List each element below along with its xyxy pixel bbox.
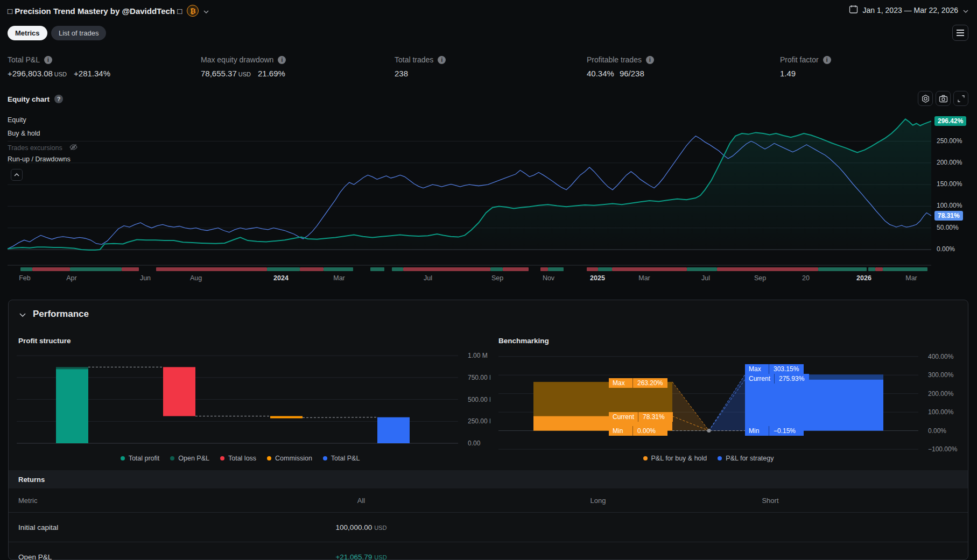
col-metric: Metric [9, 497, 213, 505]
timeline-label: 2026 [856, 274, 871, 282]
time-axis[interactable]: FebAprJunAug2024MarJulSepNov2025MarJulSe… [8, 274, 955, 284]
legend-trades-excursions[interactable]: Trades excursions [8, 143, 78, 153]
benchmarking-chart: 400.00%300.00%200.00%100.00%0.00%−100.00… [498, 351, 968, 456]
timeline-segment [20, 267, 32, 271]
timeline-label: Nov [543, 274, 554, 282]
strategy-tester-panel: □ Precision Trend Mastery by @DaviddTech… [0, 0, 977, 560]
equity-last-value-badge: 296.42% [934, 116, 966, 126]
metric-label: Profit factor [780, 55, 819, 64]
metric-value: 78,655.37 [201, 69, 237, 78]
timeline-label: 2025 [590, 274, 605, 282]
timeline-segment [598, 267, 612, 271]
currency-suffix: USD [238, 71, 251, 77]
svg-text:500.00 K: 500.00 K [468, 396, 490, 403]
equity-y-tick: 250.00% [937, 137, 962, 145]
metric-label: Total P&L [8, 55, 40, 64]
trade-periods-strip [8, 267, 931, 271]
timeline-label: 20 [802, 274, 810, 282]
timeline-segment [324, 267, 353, 271]
equity-chart-canvas[interactable]: Equity Buy & hold Trades excursions Run-… [8, 90, 931, 271]
legend-item[interactable]: Total P&L [323, 455, 360, 462]
timeline-segment [875, 267, 883, 271]
col-short: Short [687, 497, 854, 505]
timeline-label: Jun [140, 274, 151, 282]
metric-value: +296,803.08 [8, 69, 53, 78]
performance-header[interactable]: Performance [19, 309, 89, 320]
svg-text:−100.00%: −100.00% [928, 445, 958, 453]
metric-label: Max equity drawdown [201, 55, 273, 64]
legend-item[interactable]: P&L for strategy [718, 455, 774, 462]
metric-value: 238 [395, 69, 408, 78]
metric-value: 40.34% [587, 69, 614, 78]
metric-total-pnl: Total P&Li +296,803.08USD+281.34% [8, 55, 110, 78]
info-icon[interactable]: i [278, 56, 286, 64]
legend-item[interactable]: P&L for buy & hold [643, 455, 707, 462]
row-metric-label: Initial capital [9, 523, 213, 531]
bitcoin-symbol-icon[interactable]: ₿ [187, 5, 199, 17]
timeline-segment [587, 267, 598, 271]
info-icon[interactable]: i [646, 56, 654, 64]
metric-profit-factor: Profit factori 1.49 [780, 55, 831, 78]
timeline-segment [32, 267, 70, 271]
timeline-label: Jul [424, 274, 432, 282]
chevron-down-icon[interactable] [203, 6, 209, 16]
timeline-segment [503, 267, 529, 271]
timeline-label: Mar [905, 274, 917, 282]
legend-item[interactable]: Total profit [121, 455, 160, 462]
timeline-segment [717, 267, 818, 271]
legend-equity[interactable]: Equity [8, 116, 26, 124]
timeline-segment [267, 267, 300, 271]
timeline-label: Mar [638, 274, 650, 282]
timeline-segment [868, 267, 875, 271]
timeline-segment [370, 267, 384, 271]
buyhold-last-value-badge: 78.31% [934, 211, 963, 221]
svg-text:300.00%: 300.00% [928, 371, 954, 379]
info-icon[interactable]: i [438, 56, 446, 64]
svg-text:100.00%: 100.00% [928, 408, 954, 416]
equity-y-tick: 0.00% [937, 245, 955, 253]
table-row: Initial capital 100,000.00USD [9, 513, 968, 542]
benchmarking-legend: P&L for buy & holdP&L for strategy [498, 455, 918, 462]
timeline-segment [687, 267, 717, 271]
legend-item[interactable]: Open P&L [170, 455, 209, 462]
chevron-down-icon [19, 309, 26, 320]
svg-text:0.00%: 0.00% [928, 427, 946, 435]
timeline-segment [490, 267, 503, 271]
equity-y-tick: 150.00% [937, 180, 962, 188]
timeline-segment [300, 267, 324, 271]
metric-total-trades: Total tradesi 238 [395, 55, 446, 78]
profit-structure-chart: 1.00 M750.00 K500.00 K250.00 K0.00 [17, 351, 490, 456]
strategy-min-badge: Min−0.15% [745, 426, 804, 436]
timeline-segment [883, 267, 927, 271]
legend-item[interactable]: Commission [267, 455, 312, 462]
metric-label: Total trades [395, 55, 433, 64]
tab-metrics[interactable]: Metrics [8, 26, 47, 40]
tab-list-of-trades[interactable]: List of trades [51, 26, 106, 40]
col-long: Long [509, 497, 687, 505]
timeline-label: Mar [333, 274, 345, 282]
timeline-label: Jul [701, 274, 710, 282]
buyhold-max-badge: Max263.20% [609, 378, 667, 388]
strategy-title: □ Precision Trend Mastery by @DaviddTech… [8, 6, 182, 16]
row-metric-label: Open P&L [9, 553, 213, 560]
timeline-segment [540, 267, 548, 271]
metric-max-drawdown: Max equity drawdowni 78,655.37USD21.69% [201, 55, 286, 78]
timeline-label: Apr [66, 274, 76, 282]
svg-text:250.00 K: 250.00 K [468, 417, 490, 425]
date-range-picker[interactable]: Jan 1, 2023 — Mar 22, 2026 [849, 5, 968, 16]
equity-y-tick: 50.00% [937, 224, 959, 231]
legend-buy-and-hold[interactable]: Buy & hold [8, 130, 40, 137]
col-all: All [213, 497, 509, 505]
info-icon[interactable]: i [44, 56, 52, 64]
collapse-legend-button[interactable] [11, 169, 23, 181]
info-icon[interactable]: i [823, 56, 831, 64]
legend-item[interactable]: Total loss [220, 455, 256, 462]
legend-runup-drawdowns[interactable]: Run-up / Drawdowns [8, 155, 71, 163]
returns-table-header: Metric All Long Short [9, 488, 968, 513]
layout-list-button[interactable] [952, 25, 968, 41]
returns-section-title: Returns [9, 470, 968, 488]
buyhold-min-badge: Min0.00% [609, 426, 667, 436]
performance-card: Performance Profit structure 1.00 M750.0… [8, 300, 968, 560]
timeline-segment [548, 267, 564, 271]
row-value: 100,000.00USD [213, 523, 509, 531]
